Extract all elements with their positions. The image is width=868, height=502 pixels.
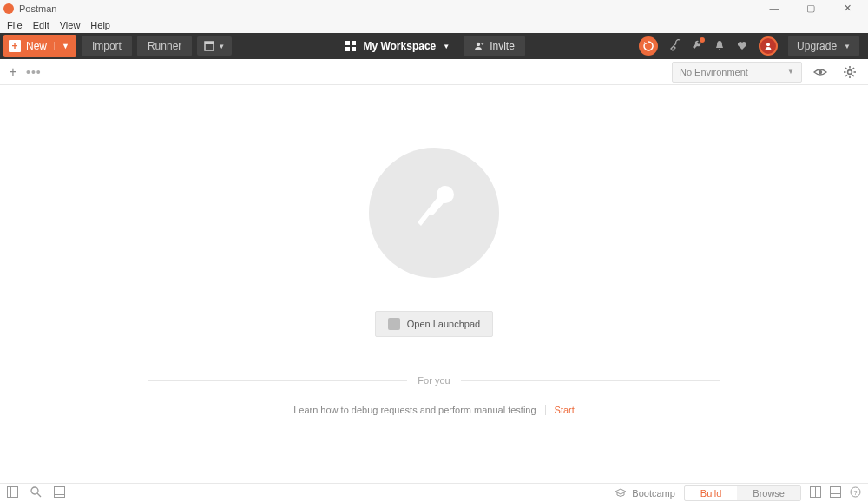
tab-actions: + ••• <box>0 64 42 80</box>
help-icon[interactable]: ? <box>850 486 861 500</box>
chevron-down-icon: ▼ <box>787 68 794 76</box>
svg-rect-2 <box>345 41 350 45</box>
menu-help[interactable]: Help <box>85 20 115 30</box>
settings-button[interactable] <box>838 61 861 83</box>
chevron-down-icon: ▼ <box>218 43 225 50</box>
statusbar: Bootcamp Build Browse ? <box>0 483 868 502</box>
secondary-bar: + ••• No Environment ▼ <box>0 59 868 85</box>
tab-icon <box>204 41 214 51</box>
sync-icon <box>643 41 654 51</box>
rocket-icon <box>395 174 473 252</box>
invite-button[interactable]: + Invite <box>464 36 525 56</box>
svg-rect-3 <box>352 41 356 45</box>
graduation-cap-icon <box>615 488 627 499</box>
import-button[interactable]: Import <box>82 36 132 56</box>
menu-file[interactable]: File <box>2 20 28 30</box>
bootcamp-button[interactable]: Bootcamp <box>615 488 675 499</box>
toolbar-right: Upgrade ▼ <box>639 36 868 56</box>
layout-bottom-pane-icon[interactable] <box>830 486 841 500</box>
new-button[interactable]: + New ▼ <box>3 35 76 57</box>
gear-icon <box>843 65 857 79</box>
svg-rect-25 <box>55 486 65 497</box>
postman-logo <box>369 148 499 278</box>
grid-icon <box>345 41 356 51</box>
bell-icon[interactable] <box>713 39 726 54</box>
satellite-icon[interactable] <box>668 39 681 54</box>
console-icon[interactable] <box>54 486 65 500</box>
svg-rect-1 <box>205 42 214 44</box>
workspace-label: My Workspace <box>363 40 436 52</box>
env-label: No Environment <box>680 67 748 77</box>
statusbar-left <box>7 486 65 500</box>
new-label: New <box>26 40 54 52</box>
toolbar-center: My Workspace ▼ + Invite <box>232 36 639 56</box>
sidebar-toggle-icon[interactable] <box>7 486 18 500</box>
invite-label: Invite <box>490 40 515 52</box>
invite-icon: + <box>474 41 484 51</box>
open-launchpad-button[interactable]: Open Launchpad <box>375 311 493 337</box>
menu-edit[interactable]: Edit <box>28 20 55 30</box>
upgrade-label: Upgrade <box>797 40 837 52</box>
svg-point-6 <box>477 43 480 46</box>
svg-rect-21 <box>8 486 18 497</box>
capture-dropdown-button[interactable]: ▼ <box>197 36 232 56</box>
heart-icon[interactable] <box>736 39 748 54</box>
main-content: Open Launchpad For you Learn how to debu… <box>0 85 868 483</box>
env-quicklook-button[interactable] <box>809 61 832 83</box>
layout-two-pane-icon[interactable] <box>810 486 821 500</box>
svg-line-17 <box>845 75 847 76</box>
workspace-selector[interactable]: My Workspace ▼ <box>345 40 450 52</box>
window-controls: — ▢ ✕ <box>764 3 865 14</box>
chevron-down-icon: ▼ <box>443 43 450 50</box>
for-you-label: For you <box>418 375 450 386</box>
svg-line-24 <box>37 493 41 497</box>
find-icon[interactable] <box>30 486 42 500</box>
svg-rect-5 <box>352 47 356 51</box>
svg-point-10 <box>848 69 852 74</box>
start-link[interactable]: Start <box>555 405 575 415</box>
statusbar-right: Bootcamp Build Browse ? <box>615 485 861 501</box>
notification-dot <box>700 37 705 43</box>
maximize-button[interactable]: ▢ <box>800 3 821 14</box>
plus-icon: + <box>9 40 21 52</box>
main-toolbar: + New ▼ Import Runner ▼ My Workspace ▼ +… <box>0 33 868 59</box>
for-you-heading: For you <box>148 375 720 386</box>
close-button[interactable]: ✕ <box>837 3 858 14</box>
new-dropdown-caret[interactable]: ▼ <box>54 42 76 50</box>
env-controls: No Environment ▼ <box>672 61 868 83</box>
runner-button[interactable]: Runner <box>137 36 192 56</box>
chevron-down-icon: ▼ <box>844 43 851 50</box>
tip-row: Learn how to debug requests and perform … <box>148 405 720 415</box>
app-icon <box>3 3 14 14</box>
minimize-button[interactable]: — <box>764 3 785 14</box>
avatar-icon <box>764 42 773 50</box>
wrench-icon[interactable] <box>691 39 703 54</box>
user-avatar[interactable] <box>759 36 778 56</box>
new-tab-button[interactable]: + <box>5 64 21 80</box>
upgrade-button[interactable]: Upgrade ▼ <box>788 36 859 56</box>
titlebar: Postman — ▢ ✕ <box>0 0 868 17</box>
environment-selector[interactable]: No Environment ▼ <box>672 62 802 83</box>
browse-tab[interactable]: Browse <box>737 486 800 500</box>
tip-text: Learn how to debug requests and perform … <box>293 405 536 415</box>
svg-point-8 <box>766 43 770 46</box>
launchpad-label: Open Launchpad <box>407 319 480 329</box>
launchpad-icon <box>388 318 400 330</box>
svg-point-9 <box>819 69 822 73</box>
eye-icon <box>813 65 827 79</box>
bootcamp-label: Bootcamp <box>632 488 675 499</box>
svg-line-18 <box>852 68 854 69</box>
for-you-section: For you Learn how to debug requests and … <box>148 375 720 415</box>
svg-text:+: + <box>481 41 484 46</box>
svg-rect-4 <box>345 47 350 51</box>
build-tab[interactable]: Build <box>685 486 737 500</box>
divider <box>545 405 546 415</box>
svg-point-23 <box>31 487 38 494</box>
svg-line-16 <box>852 75 854 76</box>
menubar: File Edit View Help <box>0 17 868 33</box>
svg-text:?: ? <box>853 488 858 496</box>
sync-button[interactable] <box>639 36 658 56</box>
app-title: Postman <box>19 3 764 14</box>
tab-more-button[interactable]: ••• <box>26 65 42 79</box>
menu-view[interactable]: View <box>55 20 86 30</box>
